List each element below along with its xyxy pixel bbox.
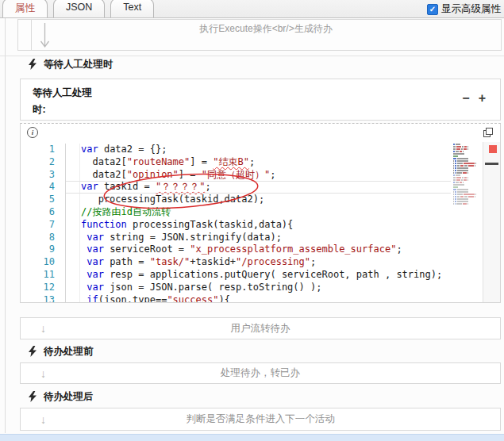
code-line[interactable]: 5 processingTask(taskid,data2); [21,194,451,206]
tab-properties[interactable]: 属性 [2,0,48,17]
editor-minimap[interactable] [453,144,483,301]
code-text: var resp = applications.putQuery( servic… [66,269,442,282]
minimap-slider[interactable] [485,163,498,165]
bottom-scroll-strip[interactable] [0,434,504,441]
wait-manual-field: 等待人工处理时: − + [20,79,501,121]
code-text: data2["routeName"] = "结束B"; [66,156,255,169]
code-text: processingTask(taskid,data2); [66,194,264,206]
code-line[interactable]: 1var data2 = {}; [21,144,451,156]
section-header-wait-manual: 等待人工处理时 [0,56,504,72]
code-line[interactable]: 3 data2["opinion"] = "同意（超时）"; [21,169,451,182]
line-number: 2 [21,156,66,169]
event-row-judge-condition[interactable]: ↓ 判断是否满足条件进入下一个活动 [20,408,501,431]
code-text: var path = "task/"+taskid+"/processing"; [66,256,316,269]
line-number: 4 [21,181,66,194]
line-number: 12 [21,282,66,294]
editor-toolbar: i [21,124,500,142]
code-text: //按路由id自动流转 [66,206,171,219]
script-stepper: − + [462,90,486,106]
code-line[interactable]: 9 var serviceRoot = "x_processplatform_a… [21,244,451,256]
tab-text[interactable]: Text [110,0,154,17]
lightning-icon [29,59,37,70]
code-text: var data2 = {}; [66,144,167,156]
tab-json[interactable]: JSON [53,0,105,17]
panel-left-border [5,18,6,433]
flow-down-arrow-icon [40,23,50,48]
code-text: var serviceRoot = "x_processplatform_ass… [66,244,402,256]
flow-preview-row: 执行Execute操作<br/>生成待办 [17,19,502,51]
code-text: if(json.type=="success"){ [66,294,230,303]
code-text: function processingTask(taskid,data){ [66,219,293,232]
checkbox-checked-icon[interactable]: ✓ [427,4,438,15]
code-line[interactable]: 4var taskid = "？？？？"; [21,181,451,194]
script-code-editor[interactable]: i 1var data2 = {};2 data2["routeName"] =… [20,123,501,303]
code-text: data2["opinion"] = "同意（超时）"; [66,169,275,182]
tab-group: 属性 JSON Text [2,0,160,17]
event-row-label: 用户流转待办 [21,322,500,336]
line-number: 11 [21,269,66,282]
remove-script-button[interactable]: − [462,90,469,106]
code-text: var taskid = "？？？？"; [66,181,211,194]
code-line[interactable]: 6//按路由id自动流转 [21,206,451,219]
code-text: var json = JSON.parse( resp.toString() )… [66,282,321,294]
code-line[interactable]: 11 var resp = applications.putQuery( ser… [21,269,451,282]
lightning-icon [29,346,37,357]
process-properties-panel: { "tab_bar": { "tabs": [ {"label": "属性",… [0,0,504,441]
line-number: 6 [21,206,66,219]
advanced-properties-label: 显示高级属性 [441,2,501,16]
event-row-label: 判断是否满足条件进入下一个活动 [21,412,500,426]
code-line[interactable]: 2 data2["routeName"] = "结束B"; [21,156,451,169]
lightning-icon [29,391,37,402]
advanced-properties-toggle[interactable]: ✓ 显示高级属性 [427,2,501,16]
minimap-marker-strip[interactable] [483,142,500,302]
line-number: 8 [21,232,66,244]
line-number: 7 [21,219,66,232]
line-number: 5 [21,194,66,206]
section-header-before-task: 待办处理前 [0,343,504,360]
code-line[interactable]: 13 if(json.type=="success"){ [21,294,451,303]
flow-preview-note: 执行Execute操作<br/>生成待办 [31,22,501,36]
maximize-editor-icon[interactable] [483,128,493,137]
code-text: var string = JSON.stringify(data); [66,232,282,244]
line-number: 3 [21,169,66,182]
line-number: 13 [21,294,66,303]
section-title: 待办处理后 [44,390,94,404]
event-row-process-task[interactable]: ↓ 处理待办，转已办 [20,362,501,384]
code-line[interactable]: 12 var json = JSON.parse( resp.toString(… [21,282,451,294]
code-line[interactable]: 8 var string = JSON.stringify(data); [21,232,451,244]
line-number: 10 [21,256,66,269]
section-title: 待办处理前 [44,345,94,359]
info-icon[interactable]: i [27,127,38,138]
line-number: 9 [21,244,66,256]
wait-manual-field-label: 等待人工处理时: [33,85,93,118]
section-title: 等待人工处理时 [44,58,113,71]
code-line[interactable]: 7function processingTask(taskid,data){ [21,219,451,232]
code-line[interactable]: 10 var path = "task/"+taskid+"/processin… [21,256,451,269]
event-row-user-flow[interactable]: ↓ 用户流转待办 [20,317,501,339]
error-marker [489,145,497,153]
add-script-button[interactable]: + [479,90,486,106]
event-row-label: 处理待办，转已办 [21,366,500,380]
section-header-after-task: 待办处理后 [0,388,504,405]
line-number: 1 [21,144,66,156]
code-lines[interactable]: 1var data2 = {};2 data2["routeName"] = "… [21,144,451,302]
tab-bar: 属性 JSON Text ✓ 显示高级属性 [0,0,504,18]
